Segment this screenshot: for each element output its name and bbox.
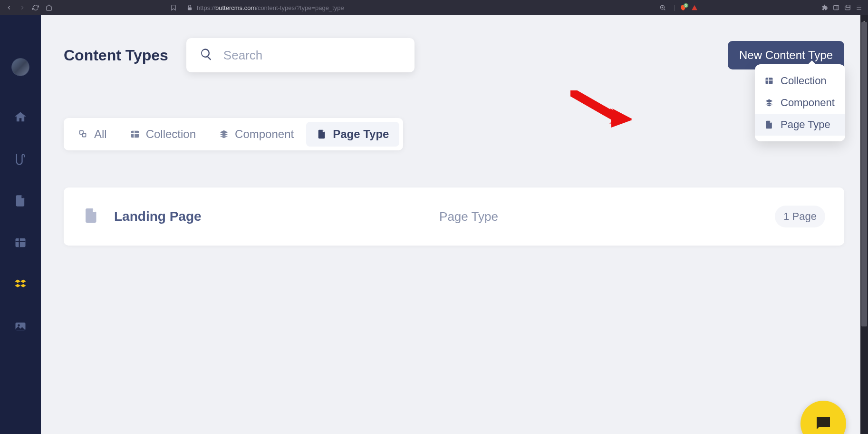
search-box[interactable]: [186, 38, 415, 72]
url-bar[interactable]: https://buttercms.com/content-types/?typ…: [197, 4, 344, 11]
avatar[interactable]: [11, 58, 29, 76]
dropdown-item-component[interactable]: Component: [755, 92, 845, 114]
content-type-name: Landing Page: [114, 209, 202, 224]
sidebar-blog-icon[interactable]: [14, 152, 27, 168]
filter-label: Component: [235, 128, 294, 141]
brave-shield-icon[interactable]: 0: [680, 4, 686, 11]
dropdown-item-page-type[interactable]: Page Type: [755, 114, 845, 136]
svg-rect-4: [845, 6, 850, 10]
main-content: Content Types New Content Type All Colle…: [41, 15, 868, 434]
filter-label: Page Type: [333, 128, 389, 141]
app-sidebar: [0, 15, 41, 434]
scrollbar-thumb[interactable]: [861, 22, 867, 326]
browser-toolbar: https://buttercms.com/content-types/?typ…: [0, 0, 868, 15]
svg-rect-12: [766, 78, 773, 84]
filter-tab-collection[interactable]: Collection: [119, 122, 206, 147]
filter-label: Collection: [146, 128, 196, 141]
content-type-kind: Page Type: [439, 209, 498, 224]
page-title: Content Types: [64, 47, 168, 64]
panel-icon[interactable]: [833, 4, 839, 11]
svg-rect-0: [188, 7, 192, 10]
svg-rect-11: [131, 131, 139, 138]
sidebar-collections-icon[interactable]: [14, 236, 27, 251]
extensions-icon[interactable]: [821, 4, 828, 11]
svg-rect-6: [16, 238, 26, 247]
sidebar-pages-icon[interactable]: [14, 194, 27, 209]
sidebar-media-icon[interactable]: [14, 320, 27, 335]
lock-icon: [186, 4, 193, 11]
vertical-scrollbar[interactable]: [860, 15, 868, 434]
wallet-icon[interactable]: [844, 4, 851, 11]
home-button[interactable]: [46, 4, 52, 11]
page-count-badge: 1 Page: [775, 206, 825, 227]
dropdown-label: Page Type: [781, 118, 830, 131]
filter-label: All: [94, 128, 107, 141]
filter-tab-component[interactable]: Component: [208, 122, 304, 147]
menu-icon[interactable]: [856, 4, 862, 11]
reload-button[interactable]: [32, 4, 39, 11]
search-input[interactable]: [223, 48, 401, 63]
page-icon: [83, 207, 100, 226]
back-button[interactable]: [6, 4, 12, 11]
svg-point-8: [18, 324, 20, 326]
sidebar-content-types-icon[interactable]: [14, 278, 27, 293]
filter-tabs: All Collection Component Page Type: [64, 118, 403, 150]
content-type-row[interactable]: Landing Page Page Type 1 Page: [64, 187, 844, 246]
brave-triangle-icon[interactable]: [691, 4, 698, 11]
sidebar-home-icon[interactable]: [14, 110, 27, 126]
bookmark-icon[interactable]: [170, 4, 177, 11]
zoom-icon[interactable]: [659, 4, 666, 11]
svg-rect-2: [834, 5, 839, 10]
filter-tab-page-type[interactable]: Page Type: [306, 122, 399, 147]
dropdown-label: Collection: [781, 75, 827, 87]
dropdown-label: Component: [781, 97, 835, 109]
search-icon: [200, 48, 213, 63]
new-content-type-dropdown: Collection Component Page Type: [755, 64, 845, 141]
filter-tab-all[interactable]: All: [68, 122, 117, 147]
forward-button[interactable]: [19, 4, 26, 11]
dropdown-item-collection[interactable]: Collection: [755, 70, 845, 92]
